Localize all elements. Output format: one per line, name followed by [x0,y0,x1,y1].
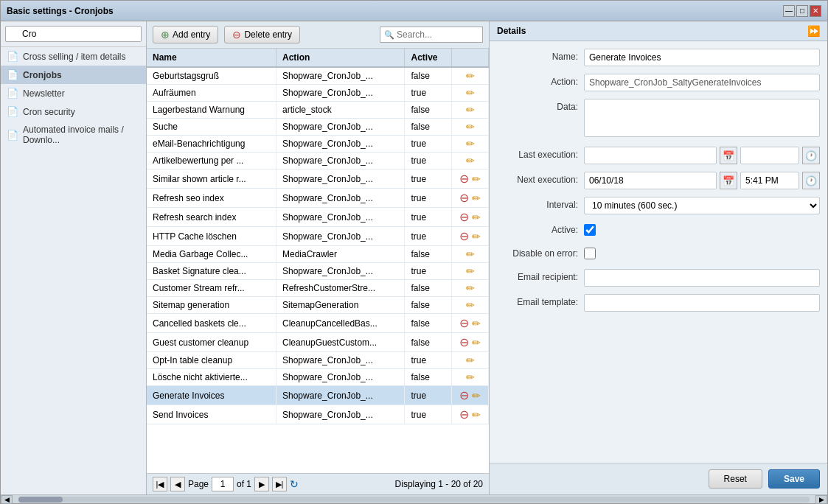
edit-button[interactable]: ✏ [466,87,475,99]
table-row[interactable]: Basket Signature clea...Shopware_CronJob… [147,263,489,280]
add-entry-button[interactable]: ⊕ Add entry [153,26,218,43]
cell-name: Similar shown article r... [147,169,276,189]
table-row[interactable]: GeburtstagsgrußShopware_CronJob_...false… [147,67,489,85]
table-row[interactable]: eMail-BenachrichtigungShopware_CronJob_.… [147,136,489,153]
last-execution-calendar-button[interactable]: 📅 [720,147,737,164]
sidebar-search-bar: 🔍 [1,21,146,47]
next-execution-label: Next execution: [497,172,578,185]
sidebar-item-cron-security[interactable]: 📄 Cron security [1,102,146,121]
next-execution-clock-button[interactable]: 🕐 [802,172,820,189]
data-textarea[interactable] [584,99,820,137]
email-recipient-field-row: Email recipient: [497,269,820,287]
remove-button[interactable]: ⊖ [459,388,469,402]
prev-page-button[interactable]: ◀ [170,477,185,491]
table-row[interactable]: Sitemap generationSitemapGenerationfalse… [147,297,489,314]
table-row[interactable]: AufräumenShopware_CronJob_...true✏ [147,85,489,102]
last-execution-clock-button[interactable]: 🕐 [802,147,820,164]
edit-button[interactable]: ✏ [466,70,475,82]
minimize-button[interactable]: — [783,5,795,17]
next-execution-date-input[interactable] [584,172,717,189]
edit-button[interactable]: ✏ [472,409,481,421]
maximize-button[interactable]: □ [796,5,808,17]
scroll-right-button[interactable]: ▶ [815,495,827,504]
remove-button[interactable]: ⊖ [459,335,469,349]
edit-button[interactable]: ✏ [472,337,481,349]
edit-button[interactable]: ✏ [472,231,481,242]
last-execution-field-row: Last execution: 📅 🕐 [497,147,820,164]
remove-button[interactable]: ⊖ [459,191,469,205]
action-input[interactable] [584,74,820,91]
email-template-input[interactable] [584,294,820,312]
disable-on-error-checkbox[interactable] [584,248,596,259]
reset-button[interactable]: Reset [709,469,762,489]
next-page-button[interactable]: ▶ [254,477,269,491]
details-collapse-button[interactable]: ⏩ [807,25,820,37]
sidebar-item-newsletter[interactable]: 📄 Newsletter [1,84,146,102]
page-input[interactable] [212,477,234,491]
refresh-button[interactable]: ↻ [290,478,299,490]
action-icons: ✏ [458,138,482,150]
sidebar-item-cross-selling[interactable]: 📄 Cross selling / item details [1,47,146,66]
interval-select[interactable]: 10 minutes (600 sec.) 1 minute (60 sec.)… [584,197,820,214]
edit-button[interactable]: ✏ [466,155,475,167]
table-row[interactable]: Refresh search indexShopware_CronJob_...… [147,208,489,227]
name-input[interactable] [584,49,820,66]
table-row[interactable]: Generate InvoicesShopware_CronJob_...tru… [147,386,489,405]
delete-entry-button[interactable]: ⊖ Delete entry [224,26,300,43]
remove-button[interactable]: ⊖ [459,229,469,243]
first-page-button[interactable]: |◀ [153,477,167,491]
table-row[interactable]: Lagerbestand Warnungarticle_stockfalse✏ [147,102,489,119]
sidebar-item-automated-invoice[interactable]: 📄 Automated invoice mails / Downlo... [1,121,146,149]
edit-button[interactable]: ✏ [472,318,481,329]
table-row[interactable]: Guest customer cleanupCleanupGuestCustom… [147,333,489,352]
edit-button[interactable]: ✏ [466,121,475,133]
edit-button[interactable]: ✏ [466,265,475,277]
cell-active: false [405,246,452,263]
table-row[interactable]: Cancelled baskets cle...CleanupCancelled… [147,314,489,333]
edit-button[interactable]: ✏ [472,173,481,185]
action-field-row: Action: [497,74,820,91]
edit-button[interactable]: ✏ [466,138,475,150]
remove-button[interactable]: ⊖ [459,210,469,224]
table-row[interactable]: Lösche nicht aktivierte...Shopware_CronJ… [147,369,489,386]
action-icons: ✏ [458,104,482,116]
table-row[interactable]: Send InvoicesShopware_CronJob_...true⊖✏ [147,405,489,424]
next-execution-time-input[interactable] [740,172,799,189]
table-row[interactable]: Similar shown article r...Shopware_CronJ… [147,169,489,189]
edit-button[interactable]: ✏ [466,104,475,116]
sidebar-item-cronjobs[interactable]: 📄 Cronjobs [1,66,146,84]
scroll-left-button[interactable]: ◀ [1,495,13,504]
remove-button[interactable]: ⊖ [459,407,469,421]
save-button[interactable]: Save [768,469,820,489]
remove-button[interactable]: ⊖ [459,172,469,186]
edit-button[interactable]: ✏ [472,211,481,223]
edit-button[interactable]: ✏ [466,299,475,311]
edit-button[interactable]: ✏ [472,192,481,204]
table-search-input[interactable] [380,27,483,43]
cell-name: Refresh seo index [147,189,276,208]
edit-button[interactable]: ✏ [466,248,475,260]
edit-button[interactable]: ✏ [466,282,475,294]
remove-button[interactable]: ⊖ [459,316,469,330]
cell-actions: ⊖✏ [452,405,489,424]
scroll-handle[interactable] [18,497,63,503]
last-page-button[interactable]: ▶| [272,477,287,491]
edit-button[interactable]: ✏ [466,371,475,383]
next-execution-calendar-button[interactable]: 📅 [720,172,737,189]
table-row[interactable]: SucheShopware_CronJob_...false✏ [147,119,489,136]
last-execution-date-input[interactable] [584,147,717,164]
active-checkbox[interactable] [584,224,596,236]
table-row[interactable]: Refresh seo indexShopware_CronJob_...tru… [147,189,489,208]
edit-button[interactable]: ✏ [472,390,481,402]
table-row[interactable]: Artikelbewertung per ...Shopware_CronJob… [147,153,489,169]
close-button[interactable]: ✕ [810,5,821,17]
table-row[interactable]: HTTP Cache löschenShopware_CronJob_...tr… [147,227,489,246]
table-row[interactable]: Media Garbage Collec...MediaCrawlerfalse… [147,246,489,263]
table-row[interactable]: Opt-In table cleanupShopware_CronJob_...… [147,352,489,369]
table-row[interactable]: Customer Stream refr...RefreshCustomerSt… [147,280,489,297]
email-recipient-input[interactable] [584,269,820,287]
active-field-row: Active: [497,222,820,238]
edit-button[interactable]: ✏ [466,354,475,366]
sidebar-search-input[interactable] [5,26,142,42]
last-execution-time-input[interactable] [740,147,799,164]
